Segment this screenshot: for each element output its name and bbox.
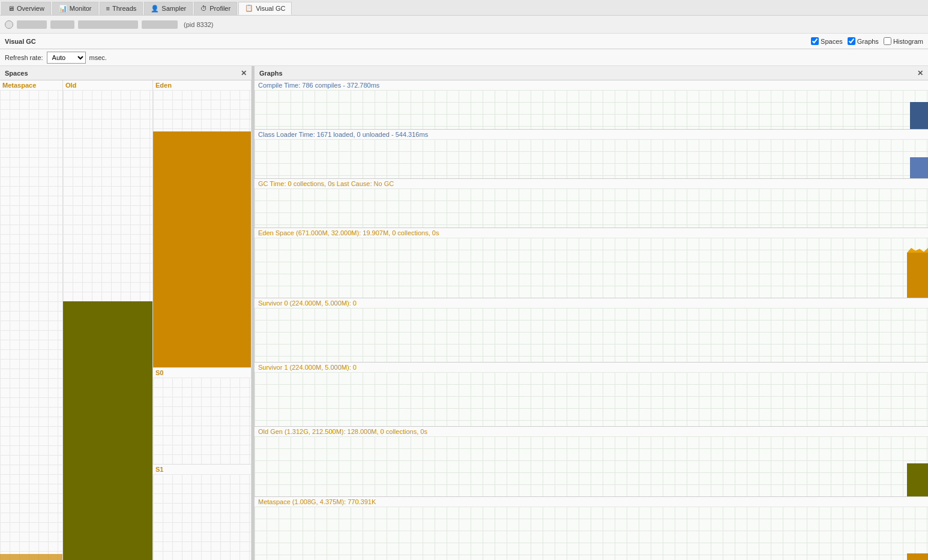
survivor-1-title: Survivor 1 (224.000M, 5.000M): 0: [255, 363, 928, 372]
survivor-0-section: Survivor 0 (224.000M, 5.000M): 0: [255, 298, 928, 363]
metaspace-graph-bar: [907, 553, 928, 560]
process-circle-btn[interactable]: [5, 20, 13, 29]
old-label: Old: [63, 80, 152, 90]
eden-space-graph: [255, 238, 928, 298]
process-bar: (pid 8332): [0, 16, 928, 34]
old-grid: [63, 90, 152, 560]
s0-label: S0: [153, 368, 251, 378]
visual-gc-title: Visual GC: [5, 38, 36, 45]
spaces-panel-title: Spaces: [5, 70, 28, 77]
histogram-checkbox-item[interactable]: Histogram: [884, 37, 923, 45]
histogram-checkbox[interactable]: [884, 37, 891, 45]
visual-gc-icon: 📋: [245, 4, 253, 12]
graphs-panel: Graphs ✕ Compile Time: 786 compiles - 37…: [255, 66, 928, 560]
main-content: Spaces ✕ Metaspace Old: [0, 66, 928, 560]
compile-time-bar: [910, 102, 928, 129]
section-header-bar: Visual GC Spaces Graphs Histogram: [0, 34, 928, 49]
survivor-1-section: Survivor 1 (224.000M, 5.000M): 0: [255, 363, 928, 427]
gc-time-section: GC Time: 0 collections, 0s Last Cause: N…: [255, 179, 928, 228]
eden-space-title: Eden Space (671.000M, 32.000M): 19.907M,…: [255, 228, 928, 238]
survivor-0-title: Survivor 0 (224.000M, 5.000M): 0: [255, 298, 928, 308]
metaspace-graph: [255, 507, 928, 560]
eden-grid: [153, 90, 251, 367]
survivor-1-graph: [255, 372, 928, 426]
old-gen-bar: [907, 463, 928, 496]
process-seg-2: [50, 20, 74, 29]
spaces-label: Spaces: [821, 38, 843, 45]
sampler-icon: 👤: [151, 5, 159, 13]
eden-space-section: Eden Space (671.000M, 32.000M): 19.907M,…: [255, 228, 928, 298]
tab-sampler[interactable]: 👤 Sampler: [144, 2, 193, 15]
graphs-panel-title: Graphs: [259, 70, 283, 77]
refresh-select[interactable]: Auto 100 200 500 1000 2000: [47, 52, 86, 64]
refresh-unit: msec.: [89, 54, 107, 61]
tab-threads[interactable]: ≡ Threads: [100, 2, 143, 15]
old-gen-graph: [255, 436, 928, 496]
graphs-panel-header: Graphs ✕: [255, 66, 928, 80]
eden-jagged: [907, 248, 928, 253]
class-loader-graph: [255, 139, 928, 178]
spaces-checkbox-item[interactable]: Spaces: [811, 37, 843, 45]
graphs-label: Graphs: [857, 38, 879, 45]
tab-bar: 🖥 Overview 📊 Monitor ≡ Threads 👤 Sampler…: [0, 0, 928, 16]
process-seg-4: [142, 20, 178, 29]
graphs-content: Compile Time: 786 compiles - 372.780ms C…: [255, 80, 928, 560]
metaspace-fill: [0, 554, 62, 560]
spaces-content: Metaspace Old Eden: [0, 80, 252, 560]
compile-time-title: Compile Time: 786 compiles - 372.780ms: [255, 80, 928, 90]
graphs-checkbox-item[interactable]: Graphs: [848, 37, 879, 45]
compile-time-graph: [255, 90, 928, 129]
process-seg-1: [17, 20, 47, 29]
refresh-label: Refresh rate:: [5, 54, 43, 61]
class-loader-bar: [910, 157, 928, 178]
histogram-label: Histogram: [893, 38, 923, 45]
old-gen-title: Old Gen (1.312G, 212.500M): 128.000M, 0 …: [255, 427, 928, 436]
metaspace-graph-title: Metaspace (1.008G, 4.375M): 770.391K: [255, 497, 928, 507]
gc-time-title: GC Time: 0 collections, 0s Last Cause: N…: [255, 179, 928, 188]
graphs-close-btn[interactable]: ✕: [917, 70, 923, 77]
monitor-icon: 📊: [59, 5, 67, 13]
overview-icon: 🖥: [8, 5, 14, 12]
old-col: Old: [63, 80, 153, 560]
compile-time-section: Compile Time: 786 compiles - 372.780ms: [255, 80, 928, 130]
process-pid: (pid 8332): [184, 21, 214, 28]
profiler-icon: ⏱: [200, 5, 207, 12]
metaspace-grid: [0, 90, 62, 560]
gc-time-graph: [255, 188, 928, 227]
tab-profiler[interactable]: ⏱ Profiler: [194, 2, 237, 15]
checkboxes-group: Spaces Graphs Histogram: [811, 37, 923, 45]
class-loader-section: Class Loader Time: 1671 loaded, 0 unload…: [255, 130, 928, 179]
old-fill: [63, 301, 152, 560]
process-seg-3: [78, 20, 138, 29]
metaspace-graph-section: Metaspace (1.008G, 4.375M): 770.391K: [255, 497, 928, 560]
threads-icon: ≡: [106, 5, 110, 12]
tab-monitor[interactable]: 📊 Monitor: [52, 2, 98, 15]
spaces-checkbox[interactable]: [811, 37, 819, 45]
spaces-panel: Spaces ✕ Metaspace Old: [0, 66, 252, 560]
spaces-panel-header: Spaces ✕: [0, 66, 252, 80]
s1-section: S1: [153, 465, 251, 560]
class-loader-title: Class Loader Time: 1671 loaded, 0 unload…: [255, 130, 928, 139]
refresh-bar: Refresh rate: Auto 100 200 500 1000 2000…: [0, 49, 928, 66]
survivor-0-graph: [255, 308, 928, 362]
eden-fill: [153, 131, 251, 367]
eden-label: Eden: [153, 80, 251, 90]
eden-section: Eden: [153, 80, 251, 368]
eden-space-bar: [907, 253, 928, 298]
tab-visual-gc[interactable]: 📋 Visual GC: [238, 2, 292, 15]
metaspace-label: Metaspace: [0, 80, 62, 90]
s0-grid: [153, 378, 251, 463]
s1-grid: [153, 474, 251, 560]
graphs-checkbox[interactable]: [848, 37, 855, 45]
metaspace-col: Metaspace: [0, 80, 63, 560]
old-gen-section: Old Gen (1.312G, 212.500M): 128.000M, 0 …: [255, 427, 928, 497]
spaces-close-btn[interactable]: ✕: [241, 70, 247, 77]
tab-overview[interactable]: 🖥 Overview: [1, 2, 51, 15]
s0-section: S0: [153, 368, 251, 464]
s1-label: S1: [153, 465, 251, 474]
eden-survivors-col: Eden S0 S1: [153, 80, 252, 560]
